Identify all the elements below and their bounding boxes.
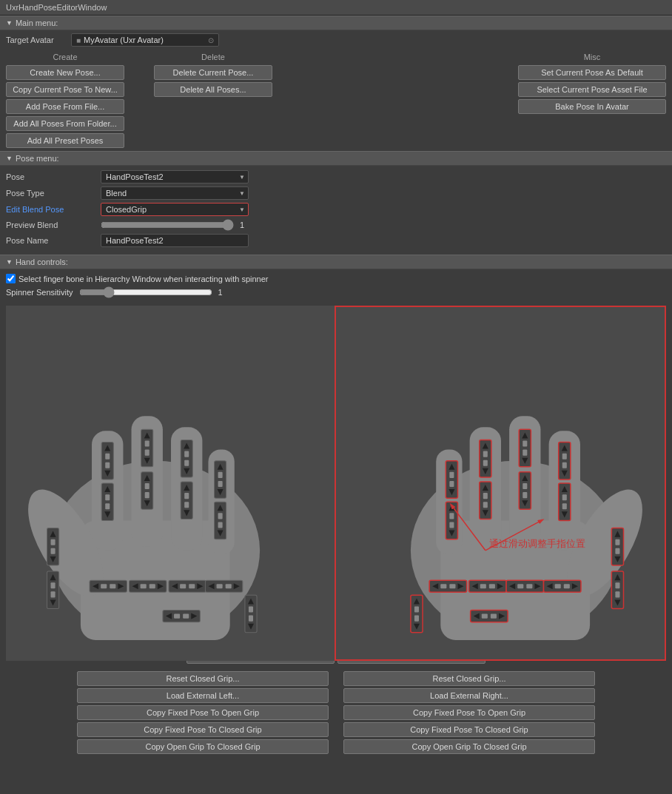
left-hand-svg	[6, 306, 335, 661]
right-h-spinner-thumb[interactable]	[471, 610, 508, 622]
title-bar: UxrHandPoseEditorWindow	[0, 0, 672, 16]
svg-rect-111	[449, 472, 454, 478]
main-menu-header[interactable]: Main menu:	[0, 16, 672, 30]
svg-rect-31	[105, 503, 110, 509]
delete-current-pose-button[interactable]: Delete Current Pose...	[154, 65, 272, 80]
right-spinner-index-top[interactable]	[559, 443, 571, 480]
hand-controls-header[interactable]: Hand controls:	[0, 255, 672, 269]
pose-type-label: Pose Type	[6, 189, 95, 198]
pose-menu-header[interactable]: Pose menu:	[0, 151, 672, 166]
left-spinner-ring-mid[interactable]	[181, 482, 192, 519]
create-title: Create	[6, 53, 124, 61]
svg-rect-158	[526, 584, 532, 588]
svg-rect-168	[491, 614, 497, 619]
svg-rect-106	[483, 451, 488, 457]
left-spinner-middle-top[interactable]	[141, 429, 153, 466]
right-h-spinner-ring[interactable]	[469, 580, 506, 592]
right-spinner-middle-mid[interactable]	[519, 472, 531, 509]
right-spinner-thumb1[interactable]	[611, 528, 623, 565]
reset-closed-grip-left-button[interactable]: Reset Closed Grip...	[77, 671, 329, 686]
copy-fixed-to-closed-left-button[interactable]: Copy Fixed Pose To Closed Grip	[77, 722, 329, 737]
load-external-left-button[interactable]: Load External Left...	[77, 688, 329, 703]
add-all-preset-poses-button[interactable]: Add All Preset Poses	[6, 133, 124, 148]
select-bone-label: Select finger bone in Hierarchy Window w…	[19, 275, 269, 283]
target-avatar-label: Target Avatar	[6, 36, 65, 44]
left-spinner-pinky-top[interactable]	[215, 461, 226, 498]
svg-rect-79	[174, 614, 180, 619]
pose-menu-label: Pose menu:	[16, 154, 59, 163]
svg-rect-19	[184, 451, 189, 457]
left-spinner-middle-mid[interactable]	[141, 472, 153, 509]
reset-closed-grip-right-button[interactable]: Reset Closed Grip...	[343, 671, 595, 686]
bottom-right-col: Reset Closed Grip... Load External Right…	[343, 671, 595, 754]
select-bone-checkbox[interactable]	[6, 274, 16, 283]
bake-pose-avatar-button[interactable]: Bake Pose In Avatar	[518, 99, 666, 114]
copy-fixed-to-closed-right-button[interactable]: Copy Fixed Pose To Closed Grip	[343, 722, 595, 737]
svg-rect-76	[226, 584, 232, 588]
pose-dropdown[interactable]: HandPoseTest2	[101, 170, 249, 184]
left-h-spinner-ring[interactable]	[169, 580, 206, 592]
svg-rect-24	[218, 472, 223, 478]
edit-blend-dropdown[interactable]: ClosedGrip	[101, 203, 249, 216]
left-h-spinner-index[interactable]	[90, 580, 127, 592]
left-h-spinner-pinky[interactable]	[205, 580, 242, 592]
select-current-pose-asset-button[interactable]: Select Current Pose Asset File	[518, 82, 666, 97]
right-spinner-index-mid[interactable]	[559, 483, 571, 520]
pose-type-dropdown-wrap: Blend	[101, 186, 249, 200]
right-spinner-pinky-top[interactable]	[446, 461, 457, 498]
copy-open-to-closed-left-button[interactable]: Copy Open Grip To Closed Grip	[77, 739, 329, 754]
bottom-left-col: Reset Closed Grip... Load External Left.…	[77, 671, 329, 754]
set-current-pose-default-button[interactable]: Set Current Pose As Default	[518, 65, 666, 80]
copy-fixed-to-open-right-button[interactable]: Copy Fixed Pose To Open Grip	[343, 705, 595, 720]
add-all-poses-folder-button[interactable]: Add All Poses From Folder...	[6, 116, 124, 131]
load-external-right-button[interactable]: Load External Right...	[343, 688, 595, 703]
right-spinner-middle-top[interactable]	[519, 429, 531, 466]
left-spinner-index-top[interactable]	[101, 443, 113, 480]
pose-type-dropdown[interactable]: Blend	[101, 186, 249, 200]
svg-rect-9	[105, 454, 110, 460]
svg-rect-101	[523, 440, 527, 446]
right-spinner-ring-mid[interactable]	[480, 482, 491, 519]
svg-rect-36	[145, 492, 149, 498]
add-pose-from-file-button[interactable]: Add Pose From File...	[6, 99, 124, 114]
target-avatar-value[interactable]: ■ MyAvatar (Uxr Avatar) ⊙	[71, 33, 219, 47]
right-h-spinner-index[interactable]	[544, 580, 581, 592]
right-spinner-ring-top[interactable]	[480, 440, 491, 477]
left-spinner-index-mid[interactable]	[101, 483, 113, 520]
left-spinner-thumb-palm-v[interactable]	[245, 595, 257, 632]
right-h-spinner-middle[interactable]	[506, 580, 543, 592]
copy-open-to-closed-right-button[interactable]: Copy Open Grip To Closed Grip	[343, 739, 595, 754]
title-label: UxrHandPoseEditorWindow	[6, 3, 107, 12]
sensitivity-slider[interactable]	[79, 286, 212, 298]
left-spinner-pinky-mid[interactable]	[215, 502, 226, 539]
preview-blend-value: 1	[240, 221, 244, 229]
svg-rect-156	[517, 584, 523, 588]
pose-name-input[interactable]	[101, 234, 249, 247]
edit-blend-label: Edit Blend Pose	[6, 205, 95, 214]
left-spinner-ring-top[interactable]	[181, 440, 192, 477]
right-hand-panel: 通过滑动调整手指位置	[335, 306, 666, 661]
pose-menu: Pose HandPoseTest2 Pose Type Blend Edit …	[0, 166, 672, 255]
left-spinner-thumb[interactable]	[47, 528, 59, 565]
left-h-spinner-middle[interactable]	[130, 580, 167, 592]
left-h-spinner-wrist[interactable]	[163, 610, 200, 622]
svg-rect-171	[414, 607, 419, 613]
svg-rect-44	[218, 513, 223, 519]
left-spinner-thumb2[interactable]	[47, 571, 59, 608]
create-new-pose-button[interactable]: Create New Pose...	[6, 65, 124, 80]
svg-rect-29	[105, 494, 110, 500]
svg-rect-69	[180, 584, 186, 588]
svg-rect-54	[51, 582, 56, 588]
pose-field-row: Pose HandPoseTest2	[6, 170, 666, 184]
right-spinner-pinky-mid[interactable]	[446, 502, 457, 539]
misc-column: Misc Set Current Pose As Default Select …	[518, 53, 666, 148]
preview-blend-slider[interactable]	[101, 219, 234, 231]
right-spinner-thumb2[interactable]	[611, 571, 623, 608]
delete-all-poses-button[interactable]: Delete All Poses...	[154, 82, 272, 97]
right-h-spinner-pinky[interactable]	[429, 580, 466, 592]
copy-fixed-to-open-left-button[interactable]: Copy Fixed Pose To Open Grip	[77, 705, 329, 720]
main-menu-label: Main menu:	[16, 18, 58, 27]
right-spinner-thumb-palm[interactable]	[411, 595, 423, 632]
copy-current-pose-button[interactable]: Copy Current Pose To New...	[6, 82, 124, 97]
svg-rect-136	[615, 539, 619, 545]
